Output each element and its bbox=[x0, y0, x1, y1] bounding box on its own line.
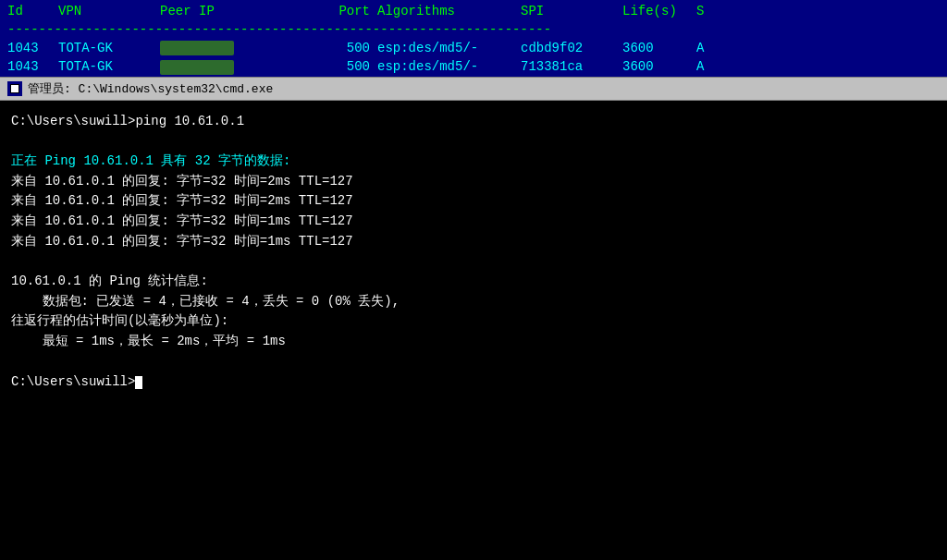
col-header-id: Id bbox=[7, 4, 58, 18]
col-header-port: Port bbox=[322, 4, 377, 18]
terminal-reply-1: 来自 10.61.0.1 的回复: 字节=32 时间=2ms TTL=127 bbox=[11, 172, 936, 192]
cmd-icon bbox=[7, 81, 22, 96]
cell-algorithms: esp:des/md5/- bbox=[377, 59, 521, 74]
terminal-prompt: C:\Users\suwill>ping 10.61.0.1 bbox=[11, 112, 936, 132]
cmd-title: 管理员: C:\Windows\system32\cmd.exe bbox=[28, 80, 273, 97]
blurred-ip-icon bbox=[160, 60, 234, 75]
cell-spi: cdbd9f02 bbox=[521, 41, 622, 55]
cell-id: 1043 bbox=[7, 59, 58, 74]
terminal-reply-2: 来自 10.61.0.1 的回复: 字节=32 时间=2ms TTL=127 bbox=[11, 191, 936, 212]
cell-id: 1043 bbox=[7, 41, 58, 55]
col-header-algorithms: Algorithms bbox=[377, 4, 521, 18]
col-header-vpn: VPN bbox=[58, 4, 160, 18]
cell-algorithms: esp:des/md5/- bbox=[377, 41, 521, 55]
cell-spi: 713381ca bbox=[521, 59, 622, 74]
cmd-titlebar: 管理员: C:\Windows\system32\cmd.exe bbox=[0, 77, 947, 101]
terminal-blank-2 bbox=[11, 251, 936, 272]
cell-life: 3600 bbox=[622, 41, 696, 55]
terminal-rtt-header: 往返行程的估计时间(以毫秒为单位): bbox=[11, 311, 936, 332]
cell-vpn: TOTA-GK bbox=[58, 59, 160, 74]
terminal-blank-1 bbox=[11, 131, 936, 152]
cell-status: A bbox=[696, 59, 724, 74]
cell-life: 3600 bbox=[622, 59, 696, 74]
col-header-peer-ip: Peer IP bbox=[160, 4, 322, 18]
cell-status: A bbox=[696, 41, 724, 55]
col-header-life: Life(s) bbox=[622, 4, 696, 18]
cell-port: 500 bbox=[322, 41, 377, 55]
terminal-stats-header: 10.61.0.1 的 Ping 统计信息: bbox=[11, 272, 936, 292]
cell-vpn: TOTA-GK bbox=[58, 41, 160, 55]
table-row: 1043 TOTA-GK 500 esp:des/md5/- 713381ca … bbox=[0, 57, 947, 76]
terminal-final-prompt: C:\Users\suwill> bbox=[11, 372, 936, 393]
terminal-stats-packets: 数据包: 已发送 = 4，已接收 = 4，丢失 = 0 (0% 丢失), bbox=[11, 292, 936, 312]
terminal-section: C:\Users\suwill>ping 10.61.0.1 正在 Ping 1… bbox=[0, 101, 947, 404]
terminal-reply-4: 来自 10.61.0.1 的回复: 字节=32 时间=1ms TTL=127 bbox=[11, 232, 936, 252]
blurred-ip-icon bbox=[160, 41, 234, 55]
vpn-table-header: Id VPN Peer IP Port Algorithms SPI Life(… bbox=[0, 0, 947, 22]
cmd-icon-inner bbox=[10, 84, 19, 93]
terminal-cursor bbox=[135, 376, 142, 389]
cell-peer-ip bbox=[160, 41, 322, 55]
table-row: 1043 TOTA-GK 500 esp:des/md5/- cdbd9f02 … bbox=[0, 39, 947, 57]
cell-port: 500 bbox=[322, 59, 377, 74]
cell-peer-ip bbox=[160, 59, 322, 74]
col-header-s: S bbox=[696, 4, 724, 18]
terminal-reply-3: 来自 10.61.0.1 的回复: 字节=32 时间=1ms TTL=127 bbox=[11, 212, 936, 232]
vpn-table-section: Id VPN Peer IP Port Algorithms SPI Life(… bbox=[0, 0, 947, 77]
terminal-rtt-values: 最短 = 1ms，最长 = 2ms，平均 = 1ms bbox=[11, 332, 936, 352]
vpn-table-divider: ----------------------------------------… bbox=[0, 22, 947, 39]
terminal-pinging: 正在 Ping 10.61.0.1 具有 32 字节的数据: bbox=[11, 152, 936, 172]
col-header-spi: SPI bbox=[521, 4, 622, 18]
terminal-blank-3 bbox=[11, 352, 936, 372]
